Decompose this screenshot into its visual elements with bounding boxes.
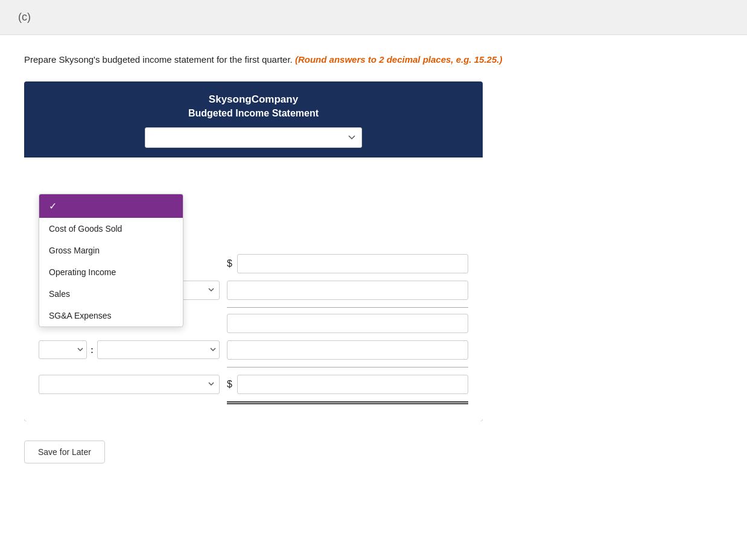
dropdown-overlay: ✓ Cost of Goods Sold Gross Margin Operat… — [39, 194, 183, 327]
main-content: Prepare Skysong's budgeted income statem… — [0, 35, 747, 488]
colon-separator: : — [91, 345, 94, 355]
section-label: (c) — [0, 0, 747, 35]
dropdown-item-gross-margin[interactable]: Gross Margin — [39, 240, 183, 261]
dropdown-sales-label: Sales — [49, 289, 70, 299]
dropdown-sga-label: SG&A Expenses — [49, 311, 112, 320]
separator-line-1 — [227, 307, 468, 308]
dollar-sign-1: $ — [227, 258, 232, 269]
row1-input[interactable] — [237, 254, 468, 273]
dropdown-item-sga[interactable]: SG&A Expenses — [39, 305, 183, 326]
dollar-sign-bottom: $ — [227, 379, 232, 390]
dropdown-item-selected[interactable]: ✓ — [39, 194, 183, 218]
period-select[interactable] — [145, 127, 362, 148]
row3-input[interactable] — [227, 314, 468, 333]
form-body: ✓ Cost of Goods Sold Gross Margin Operat… — [24, 158, 483, 421]
instruction-highlight: (Round answers to 2 decimal places, e.g.… — [295, 54, 502, 65]
dropdown-operating-income-label: Operating Income — [49, 267, 116, 277]
row4-main-select[interactable] — [97, 340, 220, 359]
bottom-label-select[interactable] — [39, 375, 220, 394]
form-header: SkysongCompany Budgeted Income Statement — [24, 81, 483, 158]
row4-value-area — [227, 340, 468, 360]
page-wrapper: (c) Prepare Skysong's budgeted income st… — [0, 0, 747, 560]
instruction-paragraph: Prepare Skysong's budgeted income statem… — [24, 53, 723, 67]
statement-title-heading: Budgeted Income Statement — [34, 108, 473, 119]
separator-line-2 — [227, 367, 468, 368]
instruction-text: Prepare Skysong's budgeted income statem… — [24, 54, 293, 65]
double-separator-area — [39, 401, 468, 404]
row4-mini-select[interactable] — [39, 340, 87, 359]
row2-value-area — [227, 281, 468, 300]
row2-input[interactable] — [227, 281, 468, 300]
dropdown-cogs-label: Cost of Goods Sold — [49, 224, 122, 234]
dropdown-item-operating-income[interactable]: Operating Income — [39, 261, 183, 283]
row3-value-area — [227, 314, 468, 333]
form-container: SkysongCompany Budgeted Income Statement… — [24, 81, 483, 421]
check-icon: ✓ — [49, 200, 57, 212]
double-underline — [227, 401, 468, 404]
company-name-heading: SkysongCompany — [34, 94, 473, 106]
header-select-wrapper — [34, 127, 473, 148]
bottom-input[interactable] — [237, 375, 468, 394]
dropdown-item-sales[interactable]: Sales — [39, 283, 183, 305]
bottom-value-area: $ — [227, 375, 468, 394]
form-row-bottom: $ — [39, 375, 468, 394]
row4-input[interactable] — [227, 340, 468, 360]
row4-label-area: : — [39, 340, 220, 359]
form-row-4: : — [39, 340, 468, 360]
section-label-text: (c) — [18, 11, 31, 23]
save-for-later-button[interactable]: Save for Later — [24, 441, 105, 463]
separator-area-2 — [39, 367, 468, 368]
dropdown-item-cogs[interactable]: Cost of Goods Sold — [39, 218, 183, 240]
bottom-label-area — [39, 375, 220, 394]
row1-value-area: $ — [227, 254, 468, 273]
dropdown-gross-margin-label: Gross Margin — [49, 246, 100, 255]
